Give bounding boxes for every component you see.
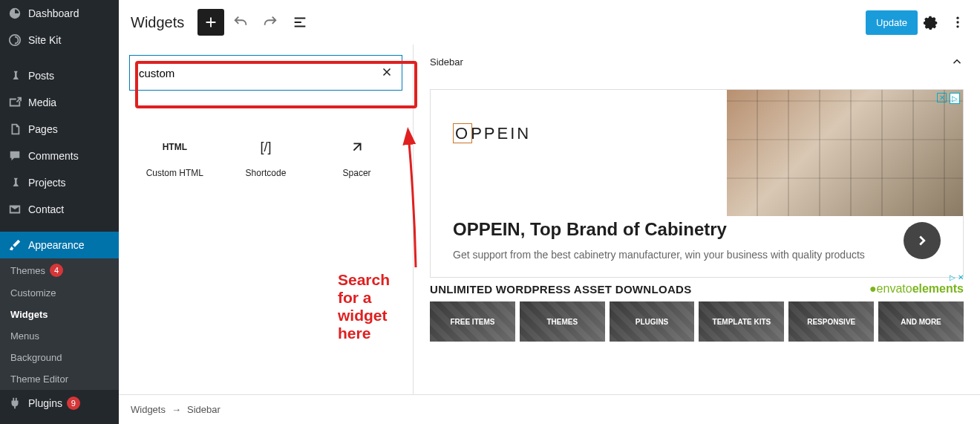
- submenu-menus[interactable]: Menus: [0, 325, 119, 347]
- update-button[interactable]: Update: [866, 10, 918, 35]
- sitekit-icon: [7, 33, 22, 48]
- html-icon: HTML: [163, 137, 187, 157]
- submenu-themes[interactable]: Themes4: [0, 258, 119, 282]
- dashboard-icon: [7, 6, 22, 21]
- tile-template-kits[interactable]: TEMPLATE KITS: [699, 301, 784, 342]
- badge: 4: [50, 264, 63, 277]
- chevron-up-icon: [950, 55, 964, 68]
- submenu-label: Theme Editor: [10, 374, 68, 385]
- svg-point-1: [956, 17, 958, 19]
- search-wrap: [129, 55, 402, 91]
- undo-button[interactable]: [227, 9, 254, 36]
- clear-search-button[interactable]: [380, 65, 395, 80]
- menu-label: Media: [28, 97, 56, 108]
- menu-label: Site Kit: [28, 34, 61, 46]
- menu-label: Plugins: [28, 397, 62, 409]
- annotation-text: Search for a widget here: [338, 271, 413, 342]
- tile-plugins[interactable]: PLUGINS: [610, 301, 695, 342]
- panel-title: Sidebar: [430, 56, 463, 68]
- settings-button[interactable]: [918, 9, 944, 36]
- appearance-submenu: Themes4 Customize Widgets Menus Backgrou…: [0, 258, 119, 390]
- brush-icon: [7, 238, 22, 252]
- shortcode-icon: [/]: [260, 137, 271, 157]
- content-row: HTML Custom HTML [/] Shortcode Spacer Se…: [119, 45, 980, 394]
- submenu-background[interactable]: Background: [0, 347, 119, 368]
- tile-free-items[interactable]: FREE ITEMS: [430, 301, 515, 342]
- svg-point-3: [956, 25, 958, 27]
- menu-label: Projects: [28, 177, 66, 189]
- adchoices-icon[interactable]: ▷: [950, 93, 960, 104]
- tile-themes[interactable]: THEMES: [520, 301, 605, 342]
- adchoices-icon[interactable]: ▷ ✕: [950, 273, 964, 281]
- block-label: Custom HTML: [146, 168, 203, 178]
- expand-icon: [349, 137, 365, 157]
- menu-contact[interactable]: Contact: [0, 196, 119, 223]
- submenu-label: Background: [10, 352, 62, 363]
- sidebar-panel-toggle[interactable]: Sidebar: [414, 45, 980, 79]
- search-results: HTML Custom HTML [/] Shortcode Spacer: [119, 91, 413, 187]
- menu-projects[interactable]: Projects: [0, 169, 119, 196]
- plug-icon: [7, 396, 22, 411]
- menu-pages[interactable]: Pages: [0, 116, 119, 143]
- ad-card: OPPEIN ✕ ▷ OPPEIN, Top Brand of Cabinetr…: [430, 89, 964, 278]
- comments-icon: [7, 149, 22, 163]
- block-search-input[interactable]: [129, 55, 402, 91]
- pin-icon: [7, 68, 22, 83]
- menu-dashboard[interactable]: Dashboard: [0, 0, 119, 27]
- menu-plugins[interactable]: Plugins 9: [0, 390, 119, 417]
- media-icon: [7, 95, 22, 110]
- admin-sidebar: Dashboard Site Kit Posts Media Pages Com…: [0, 0, 119, 424]
- submenu-label: Customize: [10, 287, 56, 299]
- widget-preview: Sidebar OPPEIN ✕ ▷ OPPEIN, Top Brand of …: [414, 45, 980, 394]
- block-shortcode[interactable]: [/] Shortcode: [220, 128, 312, 187]
- menu-media[interactable]: Media: [0, 89, 119, 116]
- menu-label: Dashboard: [28, 7, 79, 19]
- breadcrumb: Widgets → Sidebar: [119, 394, 980, 424]
- envato-logo: ●envatoelements: [869, 282, 964, 296]
- submenu-theme-editor[interactable]: Theme Editor: [0, 368, 119, 390]
- ad-close-icon[interactable]: ✕: [937, 93, 947, 102]
- ad-cta-arrow[interactable]: [904, 222, 941, 259]
- redo-button[interactable]: [257, 9, 284, 36]
- crumb-sidebar[interactable]: Sidebar: [187, 404, 220, 415]
- crumb-widgets[interactable]: Widgets: [131, 404, 166, 415]
- menu-label: Appearance: [28, 239, 85, 251]
- editor-toolbar: Widgets Update: [119, 0, 980, 45]
- envato-headline: UNLIMITED WORDPRESS ASSET DOWNLOADS: [430, 283, 691, 296]
- list-view-button[interactable]: [287, 9, 313, 36]
- svg-point-2: [956, 21, 958, 23]
- tile-responsive[interactable]: RESPONSIVE: [788, 301, 874, 342]
- submenu-label: Menus: [10, 330, 39, 342]
- pin-icon: [7, 175, 22, 190]
- block-label: Spacer: [343, 168, 371, 178]
- block-label: Shortcode: [246, 168, 287, 178]
- badge: 9: [67, 397, 80, 410]
- submenu-widgets[interactable]: Widgets: [0, 304, 119, 325]
- tile-and-more[interactable]: AND MORE: [878, 301, 964, 342]
- block-spacer[interactable]: Spacer: [311, 128, 402, 187]
- menu-comments[interactable]: Comments: [0, 143, 119, 169]
- menu-label: Contact: [28, 203, 64, 215]
- block-inserter-panel: HTML Custom HTML [/] Shortcode Spacer Se…: [119, 45, 414, 394]
- crumb-separator: →: [172, 404, 181, 415]
- menu-label: Pages: [28, 123, 58, 135]
- menu-label: Comments: [28, 150, 79, 162]
- submenu-label: Widgets: [10, 309, 48, 320]
- main-area: Widgets Update HTML Custom HTML: [119, 0, 980, 424]
- pages-icon: [7, 122, 22, 137]
- envato-banner: UNLIMITED WORDPRESS ASSET DOWNLOADS ●env…: [430, 282, 964, 296]
- ad-title: OPPEIN, Top Brand of Cabinetry: [453, 219, 892, 240]
- block-custom-html[interactable]: HTML Custom HTML: [129, 128, 220, 187]
- add-block-button[interactable]: [197, 9, 224, 36]
- menu-sitekit[interactable]: Site Kit: [0, 27, 119, 53]
- submenu-label: Themes: [10, 265, 45, 276]
- menu-appearance[interactable]: Appearance: [0, 232, 119, 258]
- mail-icon: [7, 202, 22, 217]
- ad-description: Get support from the best cabinetry manu…: [453, 247, 892, 262]
- menu-label: Posts: [28, 70, 54, 82]
- envato-tiles: FREE ITEMS THEMES PLUGINS TEMPLATE KITS …: [430, 301, 964, 342]
- submenu-customize[interactable]: Customize: [0, 282, 119, 304]
- menu-posts[interactable]: Posts: [0, 62, 119, 89]
- options-button[interactable]: [944, 9, 971, 36]
- ad-logo: OPPEIN: [453, 124, 705, 143]
